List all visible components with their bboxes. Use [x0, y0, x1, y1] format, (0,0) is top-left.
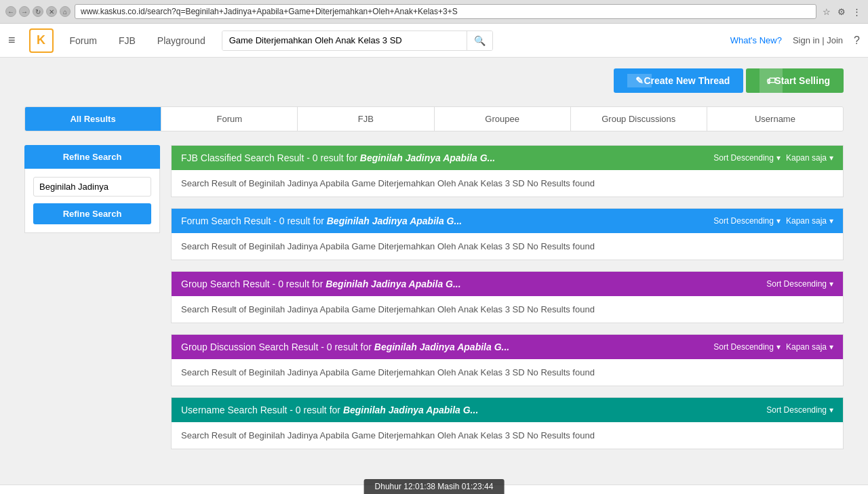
- back-button[interactable]: ←: [5, 6, 16, 17]
- search-tabs: All Results Forum FJB Groupee Group Disc…: [24, 106, 844, 131]
- fjb-result-body: Search Result of Beginilah Jadinya Apabi…: [172, 170, 843, 197]
- start-selling-label: Start Selling: [774, 75, 830, 86]
- group-discussion-result-sort: Sort Descending Kapan saja: [713, 342, 833, 352]
- refresh-button[interactable]: ↻: [33, 6, 43, 17]
- time-overlay: Dhuhur 12:01:38 Masih 01:23:44: [364, 479, 505, 494]
- create-thread-label: Create New Thread: [644, 75, 730, 86]
- username-result-body: Search Result of Beginilah Jadinya Apabi…: [172, 422, 843, 449]
- results-area: FJB Classified Search Result - 0 result …: [171, 145, 844, 460]
- create-thread-button[interactable]: ✎ Create New Thread: [614, 68, 743, 93]
- nav-forum[interactable]: Forum: [67, 35, 100, 46]
- nav-playground[interactable]: Playground: [155, 35, 208, 46]
- sign-in-link[interactable]: Sign in | Join: [793, 35, 843, 45]
- address-bar[interactable]: [75, 4, 816, 19]
- forum-result-header: Forum Search Result - 0 result for Begin…: [172, 209, 843, 233]
- username-sort-dropdown[interactable]: Sort Descending: [766, 405, 833, 415]
- close-button[interactable]: ✕: [46, 6, 57, 17]
- site-logo[interactable]: K: [29, 28, 54, 53]
- group-result-sort: Sort Descending: [766, 279, 833, 289]
- fjb-result-section: FJB Classified Search Result - 0 result …: [171, 145, 844, 197]
- forum-result-body: Search Result of Beginilah Jadinya Apabi…: [172, 233, 843, 260]
- fjb-time-dropdown[interactable]: Kapan saja: [786, 153, 833, 163]
- search-layout: Refine Search Refine Search FJB Classifi…: [24, 145, 844, 460]
- username-result-title: Username Search Result - 0 result for Be…: [181, 405, 478, 415]
- group-discussion-result-body: Search Result of Beginilah Jadinya Apabi…: [172, 359, 843, 386]
- forum-time-dropdown[interactable]: Kapan saja: [786, 216, 833, 226]
- sidebar: Refine Search Refine Search: [24, 145, 160, 460]
- forum-result-section: Forum Search Result - 0 result for Begin…: [171, 208, 844, 260]
- tab-username[interactable]: Username: [707, 107, 843, 131]
- forum-sort-dropdown[interactable]: Sort Descending: [713, 216, 781, 226]
- username-result-sort: Sort Descending: [766, 405, 833, 415]
- search-button[interactable]: 🔍: [467, 31, 492, 50]
- username-result-header: Username Search Result - 0 result for Be…: [172, 398, 843, 422]
- username-result-section: Username Search Result - 0 result for Be…: [171, 397, 844, 449]
- search-input[interactable]: [222, 31, 467, 50]
- forward-button[interactable]: →: [19, 6, 30, 17]
- search-bar: 🔍: [222, 30, 493, 51]
- tab-groupee[interactable]: Groupee: [435, 107, 571, 131]
- refine-search-button[interactable]: Refine Search: [33, 203, 151, 224]
- bookmark-icon[interactable]: ☆: [821, 5, 833, 18]
- extensions-icon[interactable]: ⚙: [835, 5, 848, 18]
- refine-search-input[interactable]: [33, 177, 151, 197]
- browser-toolbar-icons: ☆ ⚙ ⋮: [821, 5, 863, 18]
- refine-search-header: Refine Search: [24, 145, 160, 169]
- group-discussion-result-header: Group Discussion Search Result - 0 resul…: [172, 335, 843, 359]
- header-right: What's New? Sign in | Join ?: [730, 35, 860, 47]
- group-discussion-sort-dropdown[interactable]: Sort Descending: [713, 342, 781, 352]
- home-button[interactable]: ⌂: [60, 6, 71, 17]
- fjb-sort-dropdown[interactable]: Sort Descending: [713, 153, 781, 163]
- tab-fjb[interactable]: FJB: [298, 107, 434, 131]
- group-discussion-result-title: Group Discussion Search Result - 0 resul…: [181, 342, 509, 352]
- browser-nav-buttons: ← → ↻ ✕ ⌂: [5, 6, 71, 17]
- hamburger-menu[interactable]: ≡: [8, 33, 16, 47]
- start-selling-button[interactable]: 🏷 Start Selling: [746, 68, 844, 93]
- group-result-section: Group Search Result - 0 result for Begin…: [171, 271, 844, 323]
- forum-result-title: Forum Search Result - 0 result for Begin…: [181, 215, 462, 226]
- group-discussion-result-section: Group Discussion Search Result - 0 resul…: [171, 334, 844, 386]
- group-result-header: Group Search Result - 0 result for Begin…: [172, 272, 843, 296]
- group-sort-dropdown[interactable]: Sort Descending: [766, 279, 833, 289]
- group-result-body: Search Result of Beginilah Jadinya Apabi…: [172, 296, 843, 323]
- main-nav: Forum FJB Playground: [67, 35, 208, 46]
- fjb-result-title: FJB Classified Search Result - 0 result …: [181, 152, 495, 163]
- fjb-result-sort: Sort Descending Kapan saja: [713, 153, 833, 163]
- help-icon[interactable]: ?: [854, 35, 860, 47]
- tab-group-discussions[interactable]: Group Discussions: [571, 107, 707, 131]
- group-result-title: Group Search Result - 0 result for Begin…: [181, 279, 461, 289]
- sidebar-input-area: Refine Search: [24, 169, 160, 233]
- menu-icon[interactable]: ⋮: [850, 5, 863, 18]
- main-content: ✎ Create New Thread 🏷 Start Selling All …: [14, 58, 854, 471]
- nav-fjb[interactable]: FJB: [116, 35, 138, 46]
- action-buttons: ✎ Create New Thread 🏷 Start Selling: [24, 68, 844, 93]
- whats-new-link[interactable]: What's New?: [730, 35, 782, 45]
- site-header: ≡ K Forum FJB Playground 🔍 What's New? S…: [0, 24, 868, 58]
- forum-result-sort: Sort Descending Kapan saja: [713, 216, 833, 226]
- group-discussion-time-dropdown[interactable]: Kapan saja: [786, 342, 833, 352]
- tab-all-results[interactable]: All Results: [25, 107, 161, 131]
- fjb-result-header: FJB Classified Search Result - 0 result …: [172, 146, 843, 170]
- browser-chrome: ← → ↻ ✕ ⌂ ☆ ⚙ ⋮: [0, 0, 868, 24]
- tab-forum[interactable]: Forum: [161, 107, 298, 131]
